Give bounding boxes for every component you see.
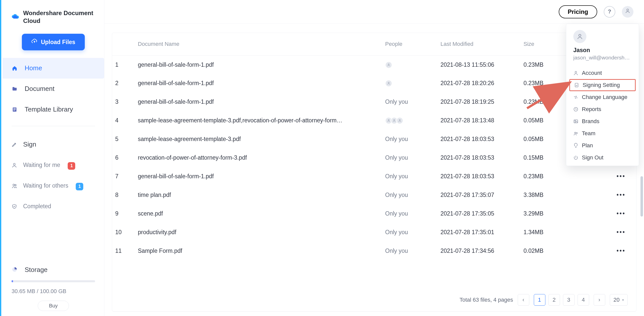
- table-row[interactable]: 11Sample Form.pdfOnly you2021-07-28 17:3…: [112, 242, 636, 260]
- svg-point-15: [575, 72, 577, 73]
- sec-item-completed[interactable]: Completed: [3, 196, 104, 217]
- menu-item-plan[interactable]: Plan: [566, 139, 639, 152]
- user-menu: Jason jason_will@wondershare.c... Accoun…: [566, 24, 639, 166]
- table-row[interactable]: 2general-bill-of-sale-form-1.pdf2021-07-…: [112, 74, 636, 93]
- cell-people: Only you: [382, 204, 437, 223]
- svg-point-4: [13, 163, 15, 165]
- menu-item-label: Reports: [582, 106, 601, 113]
- cell-name: sample-lease-agreement-template-3.pdf,re…: [135, 111, 382, 130]
- table-row[interactable]: 1general-bill-of-sale-form-1.pdf2021-08-…: [112, 55, 636, 74]
- help-icon: ?: [608, 8, 611, 15]
- pager-summary: Total 63 files, 4 pages: [460, 296, 513, 304]
- cell-index: 8: [112, 186, 135, 204]
- svg-rect-2: [13, 109, 16, 110]
- document-panel: Document Name People Last Modified Size …: [112, 33, 636, 311]
- user-menu-avatar: [573, 30, 586, 43]
- cell-actions: •••: [606, 167, 636, 186]
- menu-item-reports[interactable]: Reports: [566, 103, 639, 115]
- sec-item-sign[interactable]: Sign: [3, 134, 104, 155]
- table-row[interactable]: 5sample-lease-agreement-template-3.pdfOn…: [112, 130, 636, 149]
- nav-item-home[interactable]: Home: [3, 58, 104, 79]
- pager-page-1[interactable]: 1: [534, 294, 545, 306]
- home-icon: [11, 65, 18, 72]
- row-more-button[interactable]: •••: [617, 210, 626, 217]
- cell-people: [382, 55, 437, 74]
- cell-name: revocation-of-power-of-attorney-form-3.p…: [135, 149, 382, 167]
- bulb-icon: [573, 143, 578, 148]
- pagination: Total 63 files, 4 pages ‹ 1234 › 20 ▾: [460, 294, 628, 306]
- upload-files-button[interactable]: Upload Files: [22, 34, 85, 50]
- sec-label: Sign: [23, 140, 36, 149]
- table-row[interactable]: 10productivity.pdfOnly you2021-07-28 17:…: [112, 223, 636, 242]
- cell-name: general-bill-of-sale-form-1.pdf: [135, 55, 382, 74]
- brand: Wondershare Document Cloud: [3, 6, 104, 32]
- storage-pie-icon: [12, 266, 18, 273]
- row-more-button[interactable]: •••: [617, 248, 626, 254]
- brand-name: Wondershare Document Cloud: [23, 9, 97, 25]
- power-icon: [573, 155, 578, 160]
- pager-page-3[interactable]: 3: [563, 294, 575, 306]
- table-row[interactable]: 3general-bill-of-sale-form-1.pdfOnly you…: [112, 93, 636, 111]
- pager-page-4[interactable]: 4: [578, 294, 589, 306]
- menu-item-sign-out[interactable]: Sign Out: [566, 152, 639, 164]
- svg-point-13: [399, 120, 400, 121]
- buy-button[interactable]: Buy: [38, 301, 69, 311]
- library-icon: [11, 106, 18, 113]
- table-row[interactable]: 4sample-lease-agreement-template-3.pdf,r…: [112, 111, 636, 130]
- cell-name: sample-lease-agreement-template-3.pdf: [135, 130, 382, 149]
- brand-logo-icon: [12, 14, 19, 20]
- scrollbar-thumb[interactable]: [640, 176, 643, 217]
- cell-name: general-bill-of-sale-form-1.pdf: [135, 93, 382, 111]
- col-date[interactable]: Last Modified: [437, 33, 520, 55]
- table-row[interactable]: 7general-bill-of-sale-form-1.pdfOnly you…: [112, 167, 636, 186]
- cell-name: time plan.pdf: [135, 186, 382, 204]
- menu-item-team[interactable]: Team: [566, 127, 639, 139]
- nav-item-document[interactable]: Document: [3, 79, 104, 99]
- cell-name: Sample Form.pdf: [135, 242, 382, 260]
- sec-label: Waiting for others: [23, 182, 68, 190]
- user-avatar-button[interactable]: [622, 6, 633, 18]
- menu-item-account[interactable]: Account: [566, 67, 639, 79]
- table-row[interactable]: 9scene.pdfOnly you2021-07-28 17:35:053.2…: [112, 204, 636, 223]
- folder-icon: [11, 85, 18, 92]
- storage-title: Storage: [25, 266, 48, 274]
- cell-actions: •••: [606, 223, 636, 242]
- menu-item-label: Plan: [582, 142, 593, 149]
- pricing-button[interactable]: Pricing: [559, 5, 597, 18]
- secondary-nav: SignWaiting for me1Waiting for others1Co…: [3, 132, 104, 217]
- svg-point-11: [388, 120, 389, 121]
- sec-label: Waiting for me: [23, 161, 60, 169]
- table-row[interactable]: 8time plan.pdfOnly you2021-07-28 17:35:0…: [112, 186, 636, 204]
- cell-people: Only you: [382, 223, 437, 242]
- cell-people: Only you: [382, 130, 437, 149]
- cell-date: 2021-07-28 17:35:01: [437, 223, 520, 242]
- person-avatar-icon: [396, 117, 403, 124]
- nav-item-template-library[interactable]: Template Library: [3, 99, 104, 120]
- storage-header: Storage: [12, 260, 95, 280]
- menu-item-change-language[interactable]: Change Language: [566, 91, 639, 103]
- row-more-button[interactable]: •••: [617, 173, 626, 180]
- user-icon: [573, 71, 578, 76]
- col-people[interactable]: People: [382, 33, 437, 55]
- row-more-button[interactable]: •••: [617, 192, 626, 198]
- sec-item-waiting-for-me[interactable]: Waiting for me1: [3, 155, 104, 175]
- table-row[interactable]: 6revocation-of-power-of-attorney-form-3.…: [112, 149, 636, 167]
- cell-index: 9: [112, 204, 135, 223]
- user-name: Jason: [573, 47, 632, 54]
- menu-item-brands[interactable]: Brands: [566, 115, 639, 127]
- shield-icon: [11, 203, 18, 210]
- pager-prev[interactable]: ‹: [518, 294, 529, 306]
- svg-point-14: [579, 34, 581, 37]
- row-more-button[interactable]: •••: [617, 229, 626, 235]
- users-icon: [11, 183, 18, 189]
- col-name[interactable]: Document Name: [135, 33, 382, 55]
- pager-size-select[interactable]: 20 ▾: [610, 294, 628, 306]
- menu-item-signing-setting[interactable]: Signing Setting: [569, 79, 636, 91]
- pager-page-2[interactable]: 2: [548, 294, 560, 306]
- cell-index: 7: [112, 167, 135, 186]
- cell-name: general-bill-of-sale-form-1.pdf: [135, 74, 382, 93]
- sec-item-waiting-for-others[interactable]: Waiting for others1: [3, 175, 104, 196]
- pager-next[interactable]: ›: [594, 294, 605, 306]
- menu-item-label: Sign Out: [582, 154, 603, 161]
- help-button[interactable]: ?: [604, 6, 615, 18]
